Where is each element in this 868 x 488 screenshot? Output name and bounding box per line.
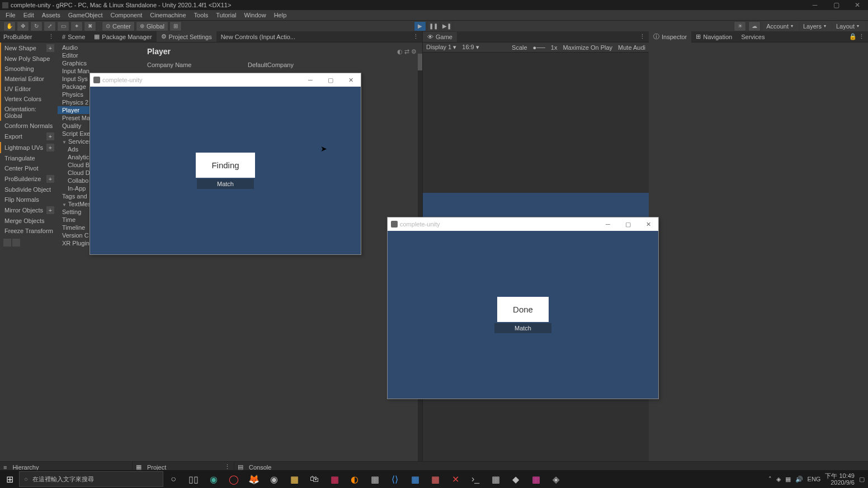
app-unity[interactable]: ◈	[546, 470, 566, 488]
menu-assets[interactable]: Assets	[40, 12, 63, 18]
app-edge[interactable]: ◉	[204, 470, 224, 488]
display-dropdown[interactable]: Display 1 ▾	[426, 44, 456, 51]
minimize-button[interactable]: ─	[804, 0, 825, 10]
tab-new-controls[interactable]: New Controls (Input Actio...	[216, 32, 300, 42]
rect-tool[interactable]: ▭	[57, 21, 69, 31]
rotate-tool[interactable]: ↻	[30, 21, 43, 31]
start-button[interactable]: ⊞	[0, 470, 19, 488]
settings-cat-graphics[interactable]: Graphics	[58, 59, 141, 67]
maximize-button[interactable]: ▢	[825, 0, 847, 10]
probuilder-export[interactable]: Export+	[0, 131, 58, 142]
menu-cinemachine[interactable]: Cinemachine	[148, 12, 188, 18]
tray-expand[interactable]: ˄	[768, 476, 772, 483]
layers-dropdown[interactable]: Layers	[800, 21, 832, 31]
tray-dropbox[interactable]: ◈	[776, 476, 781, 483]
tab-game[interactable]: 👁Game	[423, 32, 457, 42]
popup2-max[interactable]: ▢	[618, 221, 638, 228]
menu-gameobject[interactable]: GameObject	[66, 12, 105, 18]
pb-mode[interactable]	[12, 239, 20, 247]
probuilder-probuilderize[interactable]: ProBuilderize+	[0, 173, 58, 184]
tray-notifications[interactable]: ▢	[859, 476, 865, 483]
scale-slider[interactable]: ●──	[533, 44, 545, 51]
probuilder-orientation-global[interactable]: Orientation: Global	[0, 104, 58, 121]
probuilder-conform-normals[interactable]: Conform Normals	[0, 121, 58, 131]
menu-tools[interactable]: Tools	[192, 12, 211, 18]
probuilder-smoothing[interactable]: Smoothing	[0, 64, 58, 74]
app-12[interactable]: ▦	[526, 470, 546, 488]
probuilder-new-shape[interactable]: New Shape+	[0, 42, 58, 54]
popup1-max[interactable]: ▢	[320, 77, 341, 84]
layout-dropdown[interactable]: Layout	[833, 21, 865, 31]
app-8[interactable]: ▦	[425, 470, 445, 488]
app-9[interactable]: ✕	[445, 470, 465, 488]
probuilder-material-editor[interactable]: Material Editor	[0, 74, 58, 84]
step-button[interactable]: ▶❚	[441, 21, 453, 31]
company-name-value[interactable]: DefaultCompany	[248, 61, 294, 68]
pause-button[interactable]: ❚❚	[427, 21, 440, 31]
app-5[interactable]: ▦	[324, 470, 345, 488]
probuilder-flip-normals[interactable]: Flip Normals	[0, 195, 58, 205]
tab-navigation[interactable]: ⊞Navigation	[691, 31, 737, 42]
menu-file[interactable]: File	[3, 12, 18, 18]
popup2-match-button[interactable]: Match	[494, 323, 551, 333]
account-dropdown[interactable]: Account	[763, 21, 799, 31]
menu-tutorial[interactable]: Tutorial	[214, 12, 238, 18]
tray-volume[interactable]: 🔊	[795, 476, 803, 483]
popup2-close[interactable]: ✕	[638, 221, 658, 228]
app-explorer[interactable]: ▦	[284, 470, 304, 488]
popup2-min[interactable]: ─	[598, 221, 618, 228]
app-11[interactable]: ◆	[506, 470, 526, 488]
custom-tool[interactable]: ✖	[84, 21, 96, 31]
menu-edit[interactable]: Edit	[21, 12, 36, 18]
app-blender[interactable]: ◐	[345, 470, 365, 488]
probuilder-triangulate[interactable]: Triangulate	[0, 153, 58, 163]
scale-tool[interactable]: ⤢	[44, 21, 56, 31]
mute-toggle[interactable]: Mute Audi	[618, 44, 645, 51]
app-chrome[interactable]: ◉	[264, 470, 284, 488]
space-toggle[interactable]: ⊕Global	[136, 21, 168, 31]
probuilder-freeze-transform[interactable]: Freeze Transform	[0, 226, 58, 236]
probuilder-new-poly-shape[interactable]: New Poly Shape	[0, 54, 58, 64]
probuilder-mirror-objects[interactable]: Mirror Objects+	[0, 205, 58, 216]
tab-services[interactable]: Services	[737, 32, 769, 42]
tray-network[interactable]: ▦	[785, 476, 791, 483]
tab-project-settings[interactable]: ⚙Project Settings	[157, 31, 216, 42]
app-opera[interactable]: ◯	[224, 470, 244, 488]
taskbar-search[interactable]: ○ 在這裡輸入文字來搜尋	[19, 471, 163, 487]
maximize-toggle[interactable]: Maximize On Play	[563, 44, 612, 51]
hand-tool[interactable]: ✋	[3, 21, 16, 31]
probuilder-uv-editor[interactable]: UV Editor	[0, 84, 58, 94]
transform-tool[interactable]: ✦	[70, 21, 83, 31]
app-firefox[interactable]: 🦊	[244, 470, 264, 488]
aspect-dropdown[interactable]: 16:9 ▾	[462, 44, 479, 51]
play-button[interactable]: ▶	[414, 21, 426, 31]
collab-icon[interactable]: ☀	[734, 21, 746, 31]
tab-inspector[interactable]: ⓘInspector	[649, 31, 691, 42]
close-button[interactable]: ✕	[847, 0, 868, 10]
app-6[interactable]: ▦	[365, 470, 385, 488]
menu-help[interactable]: Help	[272, 12, 289, 18]
tray-clock[interactable]: 下午 10:492020/9/6	[825, 472, 855, 486]
move-tool[interactable]: ✥	[17, 21, 29, 31]
popup1-close[interactable]: ✕	[341, 77, 361, 84]
pb-add[interactable]	[3, 239, 11, 247]
app-store[interactable]: 🛍	[304, 470, 324, 488]
app-terminal[interactable]: ›_	[465, 470, 485, 488]
probuilder-center-pivot[interactable]: Center Pivot	[0, 163, 58, 173]
probuilder-merge-objects[interactable]: Merge Objects	[0, 216, 58, 226]
popup1-match-button[interactable]: Match	[197, 179, 254, 189]
app-10[interactable]: ▦	[485, 470, 506, 488]
app-vscode[interactable]: ⟨⟩	[385, 470, 405, 488]
menu-window[interactable]: Window	[242, 12, 268, 18]
app-cortana[interactable]: ○	[163, 470, 183, 488]
settings-cat-audio[interactable]: Audio	[58, 44, 141, 51]
app-taskview[interactable]: ▯▯	[183, 470, 204, 488]
probuilder-vertex-colors[interactable]: Vertex Colors	[0, 94, 58, 104]
pivot-toggle[interactable]: ⊙Center	[102, 21, 135, 31]
tab-scene[interactable]: #Scene	[58, 32, 89, 42]
tab-package-manager[interactable]: ▦Package Manager	[89, 31, 156, 42]
cloud-icon[interactable]: ☁	[748, 21, 761, 31]
menu-component[interactable]: Component	[108, 12, 144, 18]
probuilder-lightmap-uvs[interactable]: Lightmap UVs+	[0, 142, 58, 153]
popup1-min[interactable]: ─	[300, 77, 320, 84]
